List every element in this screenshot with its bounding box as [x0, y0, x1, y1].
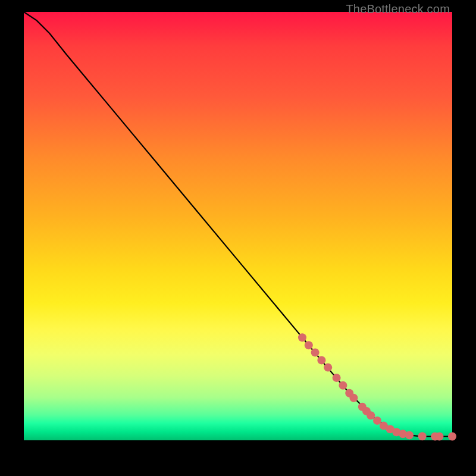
- plot-svg: [24, 12, 452, 440]
- marker-point: [305, 341, 313, 349]
- marker-point: [298, 333, 306, 342]
- marker-point: [405, 431, 414, 439]
- marker-point: [339, 381, 347, 390]
- chart-stage: TheBottleneck.com: [0, 0, 476, 476]
- marker-point: [311, 348, 320, 356]
- marker-point: [448, 433, 456, 441]
- watermark-text: TheBottleneck.com: [346, 2, 450, 16]
- marker-point: [324, 364, 332, 372]
- marker-point: [367, 411, 375, 419]
- marker-group: [298, 333, 456, 440]
- marker-point: [435, 433, 443, 441]
- plot-area: [24, 12, 452, 440]
- bottleneck-curve: [24, 12, 452, 437]
- marker-point: [317, 356, 325, 364]
- marker-point: [333, 374, 341, 382]
- marker-point: [349, 394, 358, 402]
- marker-point: [418, 432, 427, 440]
